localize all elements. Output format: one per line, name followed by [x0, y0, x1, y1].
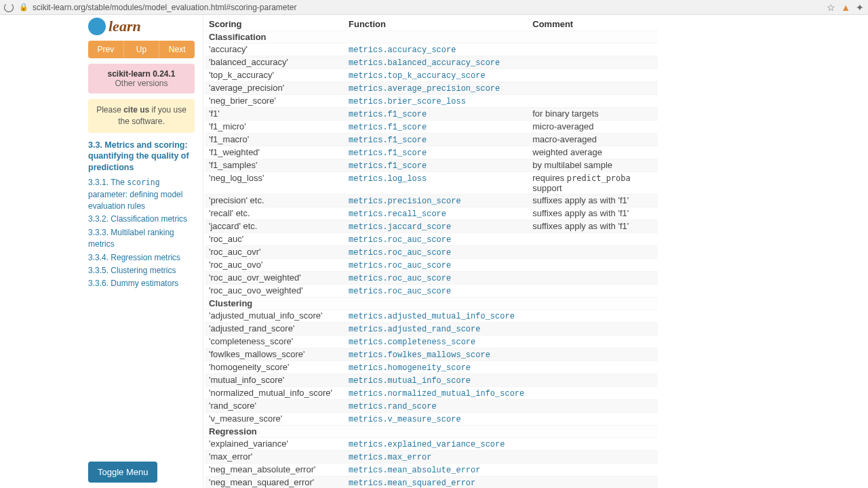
comment-cell — [528, 387, 658, 400]
function-cell: metrics.f1_score — [344, 146, 528, 159]
function-link[interactable]: metrics.f1_score — [349, 123, 427, 132]
function-cell: metrics.adjusted_rand_score — [344, 323, 528, 336]
comment-cell — [528, 464, 658, 476]
function-cell: metrics.recall_score — [344, 207, 528, 220]
section-label: Clustering — [205, 298, 658, 310]
table-row: 'neg_mean_absolute_error'metrics.mean_ab… — [205, 464, 658, 476]
function-cell: metrics.balanced_accuracy_score — [344, 56, 528, 69]
function-link[interactable]: metrics.top_k_accuracy_score — [349, 71, 486, 81]
function-link[interactable]: metrics.explained_variance_score — [349, 440, 505, 449]
scoring-cell: 'neg_mean_squared_error' — [205, 476, 344, 489]
toggle-menu-button[interactable]: Toggle Menu — [88, 462, 157, 483]
function-link[interactable]: metrics.balanced_accuracy_score — [349, 58, 500, 68]
flame-icon[interactable]: ▲ — [841, 2, 850, 13]
toc-link[interactable]: 3.3.3. Multilabel ranking metrics — [88, 226, 195, 251]
scoring-cell: 'precision' etc. — [205, 195, 344, 207]
function-link[interactable]: metrics.average_precision_score — [349, 84, 500, 94]
function-link[interactable]: metrics.f1_score — [349, 148, 427, 158]
function-link[interactable]: metrics.fowlkes_mallows_score — [349, 350, 490, 360]
function-cell: metrics.v_measure_score — [344, 413, 528, 426]
prev-button[interactable]: Prev — [88, 41, 124, 58]
function-cell: metrics.homogeneity_score — [344, 361, 528, 374]
table-row: 'recall' etc.metrics.recall_scoresuffixe… — [205, 207, 658, 220]
table-row: 'top_k_accuracy'metrics.top_k_accuracy_s… — [205, 69, 658, 82]
main-content: Scoring Function Comment Classification'… — [203, 15, 868, 488]
table-row: 'adjusted_rand_score'metrics.adjusted_ra… — [205, 323, 658, 336]
scoring-cell: 'normalized_mutual_info_score' — [205, 387, 344, 400]
up-button[interactable]: Up — [124, 41, 160, 58]
function-link[interactable]: metrics.f1_score — [349, 161, 427, 171]
scoring-cell: 'roc_auc_ovr_weighted' — [205, 272, 344, 285]
toc-link[interactable]: 3.3.6. Dummy estimators — [88, 277, 195, 290]
table-row: 'max_error'metrics.max_error — [205, 451, 658, 464]
lock-icon: 🔒 — [19, 3, 28, 12]
function-cell: metrics.brier_score_loss — [344, 95, 528, 108]
other-versions-link[interactable]: Other versions — [94, 79, 189, 88]
function-cell: metrics.mean_squared_error — [344, 476, 528, 489]
function-link[interactable]: metrics.homogeneity_score — [349, 363, 471, 373]
scoring-cell: 'rand_score' — [205, 400, 344, 413]
scoring-cell: 'average_precision' — [205, 82, 344, 95]
table-of-contents: 3.3. Metrics and scoring: quantifying th… — [88, 140, 195, 291]
scoring-cell: 'v_measure_score' — [205, 413, 344, 426]
function-link[interactable]: metrics.mean_squared_error — [349, 479, 475, 488]
comment-cell — [528, 285, 658, 298]
function-link[interactable]: metrics.f1_score — [349, 136, 427, 145]
table-row: 'accuracy'metrics.accuracy_score — [205, 43, 658, 56]
scoring-cell: 'mutual_info_score' — [205, 374, 344, 387]
function-link[interactable]: metrics.max_error — [349, 453, 431, 462]
star-icon[interactable]: ☆ — [827, 2, 835, 13]
function-link[interactable]: metrics.precision_score — [349, 197, 461, 206]
table-row: 'completeness_score'metrics.completeness… — [205, 336, 658, 348]
function-cell: metrics.f1_score — [344, 121, 528, 134]
function-link[interactable]: metrics.roc_auc_score — [349, 261, 451, 270]
function-link[interactable]: metrics.log_loss — [349, 174, 427, 184]
logo[interactable]: learn — [88, 18, 195, 35]
function-link[interactable]: metrics.normalized_mutual_info_score — [349, 389, 524, 399]
function-link[interactable]: metrics.rand_score — [349, 402, 437, 411]
function-link[interactable]: metrics.mutual_info_score — [349, 376, 471, 386]
toc-heading[interactable]: 3.3. Metrics and scoring: quantifying th… — [88, 140, 195, 174]
puzzle-icon[interactable]: ✦ — [856, 2, 864, 13]
table-row: 'balanced_accuracy'metrics.balanced_accu… — [205, 56, 658, 69]
toc-link[interactable]: 3.3.1. The scoring parameter: defining m… — [88, 176, 195, 213]
function-link[interactable]: metrics.jaccard_score — [349, 222, 451, 232]
next-button[interactable]: Next — [159, 41, 195, 58]
function-link[interactable]: metrics.roc_auc_score — [349, 274, 451, 283]
function-link[interactable]: metrics.f1_score — [349, 110, 427, 119]
table-row: 'neg_brier_score'metrics.brier_score_los… — [205, 95, 658, 108]
toc-link[interactable]: 3.3.4. Regression metrics — [88, 251, 195, 264]
table-row: 'homogeneity_score'metrics.homogeneity_s… — [205, 361, 658, 374]
function-cell: metrics.average_precision_score — [344, 82, 528, 95]
url-text[interactable]: scikit-learn.org/stable/modules/model_ev… — [33, 3, 827, 12]
function-link[interactable]: metrics.roc_auc_score — [349, 248, 451, 258]
toc-link[interactable]: 3.3.2. Classification metrics — [88, 213, 195, 226]
toc-link[interactable]: 3.3.5. Clustering metrics — [88, 264, 195, 277]
function-link[interactable]: metrics.brier_score_loss — [349, 97, 466, 106]
table-row: 'jaccard' etc.metrics.jaccard_scoresuffi… — [205, 220, 658, 233]
scoring-cell: 'roc_auc_ovo_weighted' — [205, 285, 344, 298]
scoring-cell: 'completeness_score' — [205, 336, 344, 348]
function-link[interactable]: metrics.accuracy_score — [349, 45, 456, 55]
table-row: 'rand_score'metrics.rand_score — [205, 400, 658, 413]
function-link[interactable]: metrics.adjusted_mutual_info_score — [349, 312, 515, 321]
function-link[interactable]: metrics.recall_score — [349, 209, 446, 219]
comment-cell — [528, 259, 658, 272]
cite-text-pre: Please — [96, 105, 123, 115]
function-link[interactable]: metrics.v_measure_score — [349, 415, 461, 424]
function-cell: metrics.explained_variance_score — [344, 438, 528, 451]
scoring-cell: 'fowlkes_mallows_score' — [205, 348, 344, 361]
function-link[interactable]: metrics.roc_auc_score — [349, 287, 451, 296]
table-row: 'f1_samples'metrics.f1_scoreby multilabe… — [205, 159, 658, 172]
cite-us-link[interactable]: cite us — [123, 105, 149, 115]
scoring-cell: 'neg_log_loss' — [205, 172, 344, 195]
function-link[interactable]: metrics.mean_absolute_error — [349, 466, 480, 475]
table-row: 'fowlkes_mallows_score'metrics.fowlkes_m… — [205, 348, 658, 361]
scoring-cell: 'f1' — [205, 108, 344, 121]
reload-icon[interactable] — [4, 3, 14, 12]
scoring-cell: 'roc_auc' — [205, 233, 344, 246]
function-link[interactable]: metrics.completeness_score — [349, 338, 475, 347]
scoring-cell: 'f1_macro' — [205, 134, 344, 146]
function-link[interactable]: metrics.roc_auc_score — [349, 235, 451, 245]
function-link[interactable]: metrics.adjusted_rand_score — [349, 325, 480, 334]
